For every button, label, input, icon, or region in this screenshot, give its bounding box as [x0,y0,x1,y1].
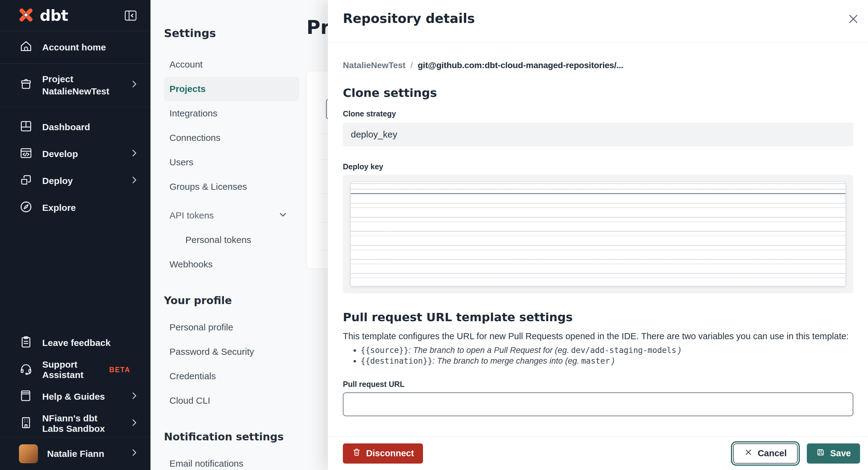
settings-item-api-tokens[interactable]: API tokens [164,203,299,228]
close-icon[interactable] [845,10,862,28]
breadcrumb-project: NatalieNewTest [343,61,406,70]
headset-icon [19,362,33,378]
trash-icon [352,448,361,459]
sidebar-item-dashboard[interactable]: Dashboard [0,114,151,141]
sidebar-item-label: Explore [42,203,140,213]
sidebar-footer-group: Leave feedback Support Assistant BETA [0,329,151,437]
sidebar-item-label: Account home [42,42,140,53]
sidebar-item-label: Dashboard [42,122,140,132]
sidebar-item-label: Support Assistant [42,359,96,380]
sidebar-user-menu[interactable]: Natalie Fiann [0,437,151,470]
disconnect-button[interactable]: Disconnect [343,443,423,464]
sidebar-item-develop[interactable]: Develop [0,141,151,167]
footer-actions: Cancel Save [733,443,860,464]
sidebar-item-label: Leave feedback [42,338,140,348]
settings-title: Settings [164,27,298,39]
save-disk-icon [816,448,825,459]
explore-compass-icon [19,200,33,216]
sidebar-item-label: Help & Guides [42,392,120,402]
chevron-right-icon [129,148,140,161]
dbt-cloud-app: dbt Account home [0,0,868,470]
settings-item-projects[interactable]: Projects [164,77,299,101]
project-toolbox-icon [19,77,33,93]
sidebar-item-account-home[interactable]: Account home [0,31,151,64]
home-icon [19,39,33,55]
dashboard-icon [19,119,33,135]
dbt-logo: dbt [17,6,68,25]
sidebar-item-help-guides[interactable]: Help & Guides [0,383,151,410]
settings-item-cloud-cli[interactable]: Cloud CLI [164,389,299,413]
drawer-body: NatalieNewTest / git@github.com:dbt-clou… [328,43,868,436]
cancel-button[interactable]: Cancel [733,443,798,464]
profile-list: Personal profile Password & Security Cre… [164,315,299,413]
sidebar-item-account-sandbox[interactable]: NFiann's dbt Labs Sandbox [0,410,151,437]
pull-request-url-input[interactable] [343,392,853,416]
pull-request-url-label: Pull request URL [343,380,853,389]
deploy-icon [19,173,33,189]
variable-destination: {{destination}}: The branch to merge cha… [361,356,853,366]
deploy-key-redacted-content [351,182,845,286]
repository-details-drawer: Repository details NatalieNewTest / git@… [328,0,868,470]
drawer-header: Repository details [328,0,868,43]
settings-item-personal-tokens[interactable]: Personal tokens [164,228,299,252]
sidebar-item-deploy[interactable]: Deploy [0,167,151,194]
dbt-logo-icon [17,6,35,25]
variable-source: {{source}}: The branch to open a Pull Re… [361,345,853,356]
sidebar-item-project[interactable]: Project NatalieNewTest [0,64,151,107]
settings-item-personal-profile[interactable]: Personal profile [164,315,299,339]
settings-list: Account Projects Integrations Connection… [164,52,299,276]
sidebar-item-label: Develop [42,149,120,159]
your-profile-heading: Your profile [164,294,298,306]
sidebar-item-leave-feedback[interactable]: Leave feedback [0,329,151,356]
sidebar-spacer [0,221,151,329]
disconnect-label: Disconnect [366,448,414,459]
sidebar-item-explore[interactable]: Explore [0,194,151,221]
notification-list: Email notifications [164,451,299,470]
notification-settings-heading: Notification settings [164,431,298,443]
develop-icon [19,146,33,162]
chevron-down-icon [278,209,288,222]
save-label: Save [830,448,851,459]
deploy-key-field [343,175,853,293]
settings-item-integrations[interactable]: Integrations [164,101,299,126]
chevron-right-icon [129,175,140,187]
beta-badge: BETA [109,366,130,374]
chevron-right-icon [129,417,140,430]
settings-item-webhooks[interactable]: Webhooks [164,252,299,276]
book-icon [19,389,33,405]
sidebar-item-support-assistant[interactable]: Support Assistant BETA [0,356,151,383]
pr-template-heading: Pull request URL template settings [343,310,853,324]
save-button[interactable]: Save [807,443,860,464]
project-name: Project NatalieNewTest [42,73,120,98]
settings-item-account[interactable]: Account [164,52,299,77]
dbt-wordmark: dbt [40,7,68,25]
deploy-key-label: Deploy key [343,162,853,171]
breadcrumb: NatalieNewTest / git@github.com:dbt-clou… [343,61,853,70]
breadcrumb-separator: / [410,61,413,70]
x-icon [744,448,753,459]
sidebar-nav-group: Dashboard Develop [0,107,151,221]
settings-item-password-security[interactable]: Password & Security [164,339,299,364]
primary-sidebar: dbt Account home [0,0,151,470]
pr-template-variables: {{source}}: The branch to open a Pull Re… [343,345,853,366]
building-icon [19,415,33,432]
settings-item-connections[interactable]: Connections [164,126,299,150]
pr-template-description: This template configures the URL for new… [343,331,853,341]
drawer-title: Repository details [343,11,853,26]
sidebar-item-label: NFiann's dbt Labs Sandbox [42,413,120,434]
settings-item-groups-licenses[interactable]: Groups & Licenses [164,174,299,199]
sidebar-item-label: Deploy [42,176,120,186]
cancel-label: Cancel [757,448,787,459]
settings-item-credentials[interactable]: Credentials [164,364,299,389]
sidebar-header: dbt [0,0,151,31]
chevron-right-icon [129,391,140,403]
settings-item-email-notifications[interactable]: Email notifications [164,451,299,470]
drawer-footer: Disconnect Cancel [328,436,868,470]
clone-strategy-field: deploy_key [343,123,853,146]
clone-settings-heading: Clone settings [343,86,853,100]
collapse-sidebar-button[interactable] [124,8,137,23]
settings-item-users[interactable]: Users [164,150,299,174]
chevron-right-icon [129,79,140,91]
clone-strategy-label: Clone strategy [343,109,853,118]
user-avatar [19,444,38,463]
